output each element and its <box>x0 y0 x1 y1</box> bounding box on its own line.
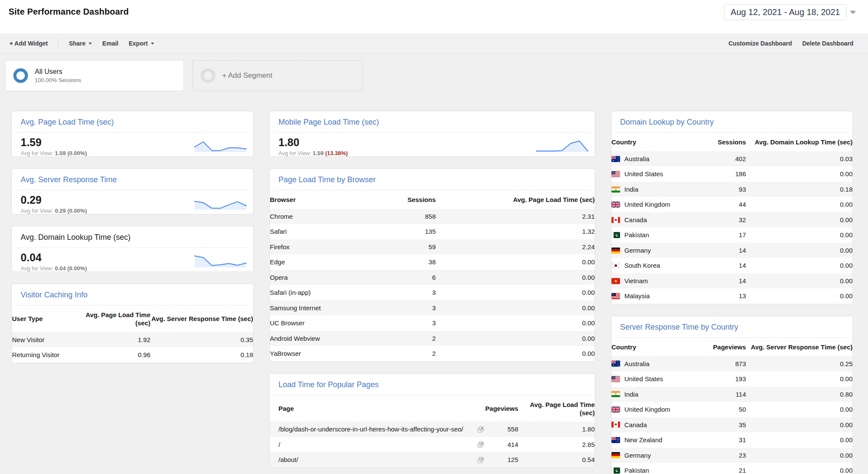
label-cell: UC Browser <box>270 315 360 331</box>
country-label: Malaysia <box>624 292 650 300</box>
table-row: New Visitor1.920.35 <box>12 332 253 348</box>
count-cell: 186 <box>689 166 746 182</box>
value-cell: 2.85 <box>518 437 595 453</box>
table-row: United States1930.00 <box>611 371 853 387</box>
widget-title-link[interactable]: Avg. Page Load Time (sec) <box>12 111 253 127</box>
country-cell: Pakistan <box>611 463 689 474</box>
open-in-new-icon[interactable] <box>477 426 484 433</box>
count-cell: 32 <box>689 212 746 228</box>
divider <box>15 305 250 306</box>
value-cell: 3 <box>360 300 436 316</box>
label-cell: Edge <box>270 254 360 270</box>
flag-united-states-icon <box>611 376 620 382</box>
page-path: / <box>278 440 477 449</box>
value-cell: 2.24 <box>436 239 595 255</box>
domain-lookup-by-country-table: Country Sessions Avg. Domain Lookup Time… <box>611 134 853 304</box>
country-label: United States <box>624 375 663 383</box>
value-cell: 0.00 <box>746 258 853 273</box>
table-row: Safari1351.32 <box>270 224 595 239</box>
share-label: Share <box>69 40 86 47</box>
widget-domain-lookup-by-country: Domain Lookup by Country Country Session… <box>611 111 853 304</box>
country-label: Vietnam <box>624 277 648 285</box>
date-range-value[interactable]: Aug 12, 2021 - Aug 18, 2021 <box>724 4 847 20</box>
label-cell: Returning Visitor <box>12 347 69 363</box>
widget-title: Avg. Domain Lookup Time (sec) <box>12 226 253 242</box>
date-range-selector[interactable]: Aug 12, 2021 - Aug 18, 2021 <box>724 4 856 20</box>
divider <box>273 395 591 395</box>
table-row: Canada320.00 <box>611 212 853 228</box>
add-segment-button[interactable]: + Add Segment <box>193 60 363 91</box>
value-cell: 0.00 <box>746 432 853 448</box>
divider <box>615 132 849 133</box>
label-cell: YaBrowser <box>270 346 360 361</box>
value-cell: 59 <box>360 239 436 255</box>
page-cell: /about/ <box>270 452 484 468</box>
widget-title-link[interactable]: Avg. Server Response Time <box>12 169 253 184</box>
table-row: /4142.85 <box>270 437 595 453</box>
segment-ring-icon <box>13 68 28 83</box>
table-row: Samsung Internet30.00 <box>270 300 595 316</box>
value-cell: 0.00 <box>746 402 853 417</box>
country-label: Germany <box>624 246 651 255</box>
table-row: Returning Visitor0.960.18 <box>12 347 253 363</box>
segment-all-users[interactable]: All Users 100.00% Sessions <box>5 60 184 91</box>
export-button[interactable]: Export <box>123 37 159 49</box>
segment-label: All Users <box>35 68 81 76</box>
label-cell: Opera <box>270 270 360 285</box>
country-label: India <box>624 185 639 194</box>
value-cell: 0.00 <box>436 285 595 300</box>
value-cell: 0.00 <box>746 288 853 304</box>
delete-dashboard-button[interactable]: Delete Dashboard <box>797 37 859 49</box>
visitor-caching-table: User Type Avg. Page Load Time (sec) Avg.… <box>12 306 253 363</box>
popular-pages-table: Page Pageviews Avg. Page Load Time (sec)… <box>270 396 595 468</box>
column-header: Sessions <box>360 191 436 209</box>
value-cell: 0.00 <box>436 331 595 346</box>
table-row: Edge380.00 <box>270 254 595 270</box>
open-in-new-icon[interactable] <box>477 457 484 463</box>
value-cell: 1.92 <box>69 332 150 348</box>
count-cell: 14 <box>689 243 746 258</box>
widget-page-load-time-by-browser: Page Load Time by Browser Browser Sessio… <box>269 168 595 362</box>
column-header: Country <box>611 339 689 356</box>
widget-title-link[interactable]: Server Response Time by Country <box>611 316 853 332</box>
column-header: Avg. Server Response Time (sec) <box>746 339 853 356</box>
chevron-down-icon <box>151 43 154 45</box>
value-cell: 0.18 <box>746 182 853 197</box>
add-widget-button[interactable]: + Add Widget <box>4 37 53 49</box>
widget-title-link[interactable]: Mobile Page Load Time (sec) <box>270 111 595 127</box>
widget-title-link[interactable]: Load Time for Popular Pages <box>270 374 595 389</box>
widget-title-link[interactable]: Visitor Caching Info <box>12 284 253 300</box>
widget-avg-domain-lookup-time: Avg. Domain Lookup Time (sec) 0.04 Avg f… <box>12 226 254 272</box>
value-cell: 1.80 <box>518 422 595 437</box>
value-cell: 0.00 <box>746 273 853 289</box>
widget-title-link[interactable]: Domain Lookup by Country <box>611 111 853 127</box>
value-cell: 0.00 <box>746 166 853 182</box>
page-title: Site Performance Dashboard <box>9 7 129 17</box>
column-header: Browser <box>270 191 360 209</box>
table-row: India1140.80 <box>611 387 853 402</box>
count-cell: 31 <box>689 432 746 448</box>
country-cell: New Zealand <box>611 432 689 448</box>
widget-server-response-by-country: Server Response Time by Country Country … <box>611 316 853 474</box>
flag-germany-icon <box>611 248 620 254</box>
divider <box>15 190 250 190</box>
value-cell: 135 <box>360 224 436 239</box>
customize-dashboard-button[interactable]: Customize Dashboard <box>723 37 797 49</box>
widget-grid: Avg. Page Load Time (sec) 1.59 Avg for V… <box>12 111 868 474</box>
country-cell: Germany <box>611 448 689 463</box>
open-in-new-icon[interactable] <box>477 441 484 448</box>
table-row: Germany230.00 <box>611 448 853 463</box>
label-cell: Chrome <box>270 209 360 224</box>
column-header: Avg. Page Load Time (sec) <box>436 191 595 209</box>
flag-vietnam-icon <box>611 278 620 284</box>
divider <box>615 337 849 338</box>
table-row: UC Browser30.00 <box>270 315 595 331</box>
segments-bar: All Users 100.00% Sessions + Add Segment <box>5 60 863 91</box>
email-button[interactable]: Email <box>97 37 123 49</box>
count-cell: 17 <box>689 227 746 243</box>
flag-united-kingdom-icon <box>611 407 620 413</box>
widget-title-link[interactable]: Page Load Time by Browser <box>270 169 595 184</box>
country-cell: Pakistan <box>611 227 689 243</box>
share-button[interactable]: Share <box>64 37 97 49</box>
sparkline-chart <box>194 136 247 153</box>
